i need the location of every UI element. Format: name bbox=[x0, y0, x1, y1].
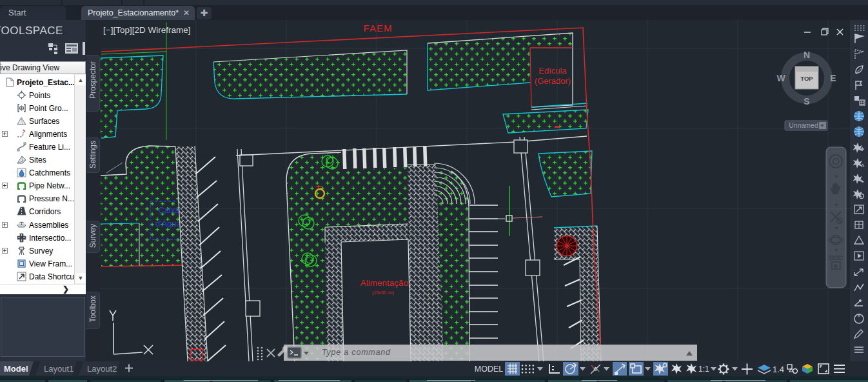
svg-text:A: A bbox=[861, 163, 865, 168]
svg-text:Caixa: Caixa bbox=[158, 205, 180, 215]
svg-text:S: S bbox=[804, 96, 809, 106]
svg-text:W: W bbox=[776, 73, 785, 83]
svg-text:1.4: 1.4 bbox=[773, 365, 784, 374]
svg-text:1:1: 1:1 bbox=[698, 365, 709, 374]
svg-text:(Gerador): (Gerador) bbox=[535, 76, 571, 86]
svg-text:(15x30 m²): (15x30 m²) bbox=[372, 290, 394, 296]
svg-text:FAEM: FAEM bbox=[364, 23, 393, 34]
svg-text:MODEL: MODEL bbox=[475, 365, 504, 374]
svg-text:N: N bbox=[804, 50, 810, 60]
svg-text:TOP: TOP bbox=[800, 75, 813, 82]
svg-text:Unnamed: Unnamed bbox=[789, 121, 818, 129]
svg-text:Layout2: Layout2 bbox=[87, 364, 117, 374]
svg-text:Model: Model bbox=[4, 364, 28, 374]
svg-text:Alimentação: Alimentação bbox=[360, 278, 408, 288]
svg-text:E: E bbox=[830, 73, 836, 83]
svg-text:Edícula: Edícula bbox=[538, 66, 567, 75]
svg-text:d'Água: d'Água bbox=[155, 219, 182, 228]
svg-text:[−][Top][2D Wireframe]: [−][Top][2D Wireframe] bbox=[103, 25, 190, 35]
svg-text:Layout1: Layout1 bbox=[44, 364, 74, 374]
svg-text:Type a command: Type a command bbox=[322, 348, 391, 357]
